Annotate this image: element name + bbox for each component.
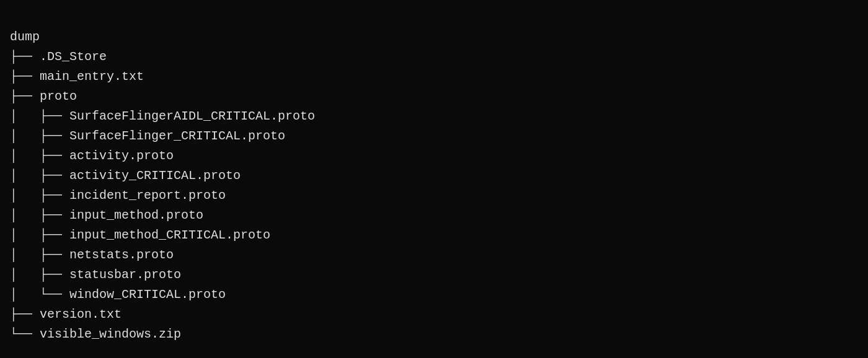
tree-item: │ ├── activity.proto <box>10 146 858 166</box>
tree-item: │ ├── input_method.proto <box>10 206 858 225</box>
tree-item: │ ├── SurfaceFlinger_CRITICAL.proto <box>10 126 858 146</box>
tree-item: ├── proto <box>10 87 858 107</box>
tree-item: ├── version.txt <box>10 305 858 325</box>
file-tree: dump├── .DS_Store├── main_entry.txt├── p… <box>10 7 858 344</box>
tree-item: ├── main_entry.txt <box>10 67 858 87</box>
tree-item: ├── .DS_Store <box>10 47 858 67</box>
tree-item: │ ├── activity_CRITICAL.proto <box>10 166 858 186</box>
tree-item: └── visible_windows.zip <box>10 325 858 344</box>
tree-item: dump <box>10 27 858 47</box>
tree-item: │ ├── statusbar.proto <box>10 265 858 285</box>
tree-item: │ ├── incident_report.proto <box>10 186 858 206</box>
tree-item: │ ├── SurfaceFlingerAIDL_CRITICAL.proto <box>10 107 858 126</box>
tree-item: │ └── window_CRITICAL.proto <box>10 285 858 305</box>
tree-item: │ ├── netstats.proto <box>10 245 858 265</box>
tree-item: │ ├── input_method_CRITICAL.proto <box>10 225 858 245</box>
